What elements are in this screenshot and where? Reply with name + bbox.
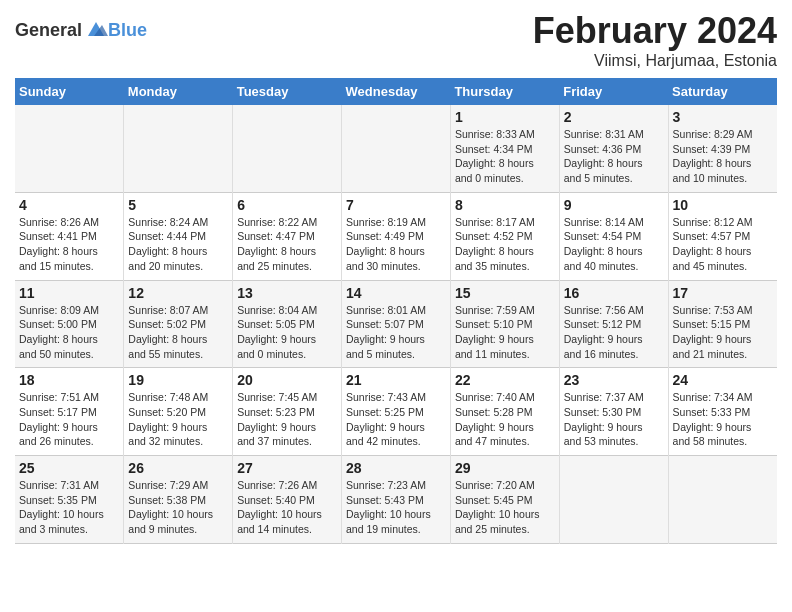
calendar-cell	[559, 456, 668, 544]
calendar-cell: 4Sunrise: 8:26 AM Sunset: 4:41 PM Daylig…	[15, 192, 124, 280]
day-info: Sunrise: 8:22 AM Sunset: 4:47 PM Dayligh…	[237, 215, 337, 274]
calendar-cell: 10Sunrise: 8:12 AM Sunset: 4:57 PM Dayli…	[668, 192, 777, 280]
calendar-cell: 25Sunrise: 7:31 AM Sunset: 5:35 PM Dayli…	[15, 456, 124, 544]
day-number: 9	[564, 197, 664, 213]
subtitle: Viimsi, Harjumaa, Estonia	[533, 52, 777, 70]
day-number: 28	[346, 460, 446, 476]
day-info: Sunrise: 8:09 AM Sunset: 5:00 PM Dayligh…	[19, 303, 119, 362]
col-header-sunday: Sunday	[15, 78, 124, 105]
day-number: 18	[19, 372, 119, 388]
header: General Blue February 2024 Viimsi, Harju…	[15, 10, 777, 70]
day-number: 10	[673, 197, 773, 213]
week-row-4: 18Sunrise: 7:51 AM Sunset: 5:17 PM Dayli…	[15, 368, 777, 456]
day-number: 21	[346, 372, 446, 388]
week-row-5: 25Sunrise: 7:31 AM Sunset: 5:35 PM Dayli…	[15, 456, 777, 544]
day-info: Sunrise: 7:43 AM Sunset: 5:25 PM Dayligh…	[346, 390, 446, 449]
calendar-cell: 19Sunrise: 7:48 AM Sunset: 5:20 PM Dayli…	[124, 368, 233, 456]
main-title: February 2024	[533, 10, 777, 52]
logo-text-general: General	[15, 20, 82, 41]
day-number: 12	[128, 285, 228, 301]
day-info: Sunrise: 8:24 AM Sunset: 4:44 PM Dayligh…	[128, 215, 228, 274]
day-info: Sunrise: 7:23 AM Sunset: 5:43 PM Dayligh…	[346, 478, 446, 537]
day-info: Sunrise: 8:31 AM Sunset: 4:36 PM Dayligh…	[564, 127, 664, 186]
day-number: 13	[237, 285, 337, 301]
col-header-monday: Monday	[124, 78, 233, 105]
day-info: Sunrise: 8:19 AM Sunset: 4:49 PM Dayligh…	[346, 215, 446, 274]
day-number: 7	[346, 197, 446, 213]
header-row: SundayMondayTuesdayWednesdayThursdayFrid…	[15, 78, 777, 105]
col-header-friday: Friday	[559, 78, 668, 105]
calendar-cell	[124, 105, 233, 192]
day-number: 20	[237, 372, 337, 388]
calendar-cell: 8Sunrise: 8:17 AM Sunset: 4:52 PM Daylig…	[450, 192, 559, 280]
day-info: Sunrise: 7:29 AM Sunset: 5:38 PM Dayligh…	[128, 478, 228, 537]
day-info: Sunrise: 7:40 AM Sunset: 5:28 PM Dayligh…	[455, 390, 555, 449]
week-row-2: 4Sunrise: 8:26 AM Sunset: 4:41 PM Daylig…	[15, 192, 777, 280]
day-info: Sunrise: 8:33 AM Sunset: 4:34 PM Dayligh…	[455, 127, 555, 186]
day-number: 6	[237, 197, 337, 213]
day-info: Sunrise: 8:14 AM Sunset: 4:54 PM Dayligh…	[564, 215, 664, 274]
day-info: Sunrise: 7:26 AM Sunset: 5:40 PM Dayligh…	[237, 478, 337, 537]
calendar-cell	[233, 105, 342, 192]
calendar-cell: 22Sunrise: 7:40 AM Sunset: 5:28 PM Dayli…	[450, 368, 559, 456]
day-number: 5	[128, 197, 228, 213]
calendar-cell: 23Sunrise: 7:37 AM Sunset: 5:30 PM Dayli…	[559, 368, 668, 456]
col-header-saturday: Saturday	[668, 78, 777, 105]
day-number: 15	[455, 285, 555, 301]
calendar-cell: 29Sunrise: 7:20 AM Sunset: 5:45 PM Dayli…	[450, 456, 559, 544]
day-info: Sunrise: 7:34 AM Sunset: 5:33 PM Dayligh…	[673, 390, 773, 449]
calendar-cell: 24Sunrise: 7:34 AM Sunset: 5:33 PM Dayli…	[668, 368, 777, 456]
day-number: 17	[673, 285, 773, 301]
calendar-cell: 7Sunrise: 8:19 AM Sunset: 4:49 PM Daylig…	[342, 192, 451, 280]
calendar-table: SundayMondayTuesdayWednesdayThursdayFrid…	[15, 78, 777, 544]
day-number: 26	[128, 460, 228, 476]
day-info: Sunrise: 7:20 AM Sunset: 5:45 PM Dayligh…	[455, 478, 555, 537]
logo: General Blue	[15, 18, 147, 42]
col-header-thursday: Thursday	[450, 78, 559, 105]
calendar-cell: 18Sunrise: 7:51 AM Sunset: 5:17 PM Dayli…	[15, 368, 124, 456]
day-info: Sunrise: 8:29 AM Sunset: 4:39 PM Dayligh…	[673, 127, 773, 186]
col-header-wednesday: Wednesday	[342, 78, 451, 105]
day-number: 24	[673, 372, 773, 388]
day-info: Sunrise: 7:31 AM Sunset: 5:35 PM Dayligh…	[19, 478, 119, 537]
calendar-cell: 15Sunrise: 7:59 AM Sunset: 5:10 PM Dayli…	[450, 280, 559, 368]
day-info: Sunrise: 7:37 AM Sunset: 5:30 PM Dayligh…	[564, 390, 664, 449]
calendar-cell: 28Sunrise: 7:23 AM Sunset: 5:43 PM Dayli…	[342, 456, 451, 544]
day-number: 14	[346, 285, 446, 301]
week-row-3: 11Sunrise: 8:09 AM Sunset: 5:00 PM Dayli…	[15, 280, 777, 368]
calendar-cell: 2Sunrise: 8:31 AM Sunset: 4:36 PM Daylig…	[559, 105, 668, 192]
day-number: 19	[128, 372, 228, 388]
logo-icon	[84, 18, 108, 42]
calendar-cell: 13Sunrise: 8:04 AM Sunset: 5:05 PM Dayli…	[233, 280, 342, 368]
calendar-cell: 26Sunrise: 7:29 AM Sunset: 5:38 PM Dayli…	[124, 456, 233, 544]
day-number: 25	[19, 460, 119, 476]
day-number: 4	[19, 197, 119, 213]
calendar-cell: 9Sunrise: 8:14 AM Sunset: 4:54 PM Daylig…	[559, 192, 668, 280]
day-info: Sunrise: 7:45 AM Sunset: 5:23 PM Dayligh…	[237, 390, 337, 449]
day-info: Sunrise: 7:56 AM Sunset: 5:12 PM Dayligh…	[564, 303, 664, 362]
calendar-cell: 12Sunrise: 8:07 AM Sunset: 5:02 PM Dayli…	[124, 280, 233, 368]
title-area: February 2024 Viimsi, Harjumaa, Estonia	[533, 10, 777, 70]
day-info: Sunrise: 7:53 AM Sunset: 5:15 PM Dayligh…	[673, 303, 773, 362]
day-info: Sunrise: 8:07 AM Sunset: 5:02 PM Dayligh…	[128, 303, 228, 362]
col-header-tuesday: Tuesday	[233, 78, 342, 105]
calendar-cell: 3Sunrise: 8:29 AM Sunset: 4:39 PM Daylig…	[668, 105, 777, 192]
calendar-cell: 16Sunrise: 7:56 AM Sunset: 5:12 PM Dayli…	[559, 280, 668, 368]
day-number: 29	[455, 460, 555, 476]
calendar-cell	[668, 456, 777, 544]
day-info: Sunrise: 7:51 AM Sunset: 5:17 PM Dayligh…	[19, 390, 119, 449]
calendar-cell: 21Sunrise: 7:43 AM Sunset: 5:25 PM Dayli…	[342, 368, 451, 456]
day-number: 8	[455, 197, 555, 213]
day-number: 1	[455, 109, 555, 125]
day-number: 22	[455, 372, 555, 388]
calendar-cell	[342, 105, 451, 192]
logo-text-blue: Blue	[108, 20, 147, 41]
day-number: 16	[564, 285, 664, 301]
calendar-cell: 5Sunrise: 8:24 AM Sunset: 4:44 PM Daylig…	[124, 192, 233, 280]
day-number: 3	[673, 109, 773, 125]
calendar-cell: 20Sunrise: 7:45 AM Sunset: 5:23 PM Dayli…	[233, 368, 342, 456]
calendar-cell: 1Sunrise: 8:33 AM Sunset: 4:34 PM Daylig…	[450, 105, 559, 192]
calendar-cell: 27Sunrise: 7:26 AM Sunset: 5:40 PM Dayli…	[233, 456, 342, 544]
day-info: Sunrise: 8:26 AM Sunset: 4:41 PM Dayligh…	[19, 215, 119, 274]
week-row-1: 1Sunrise: 8:33 AM Sunset: 4:34 PM Daylig…	[15, 105, 777, 192]
